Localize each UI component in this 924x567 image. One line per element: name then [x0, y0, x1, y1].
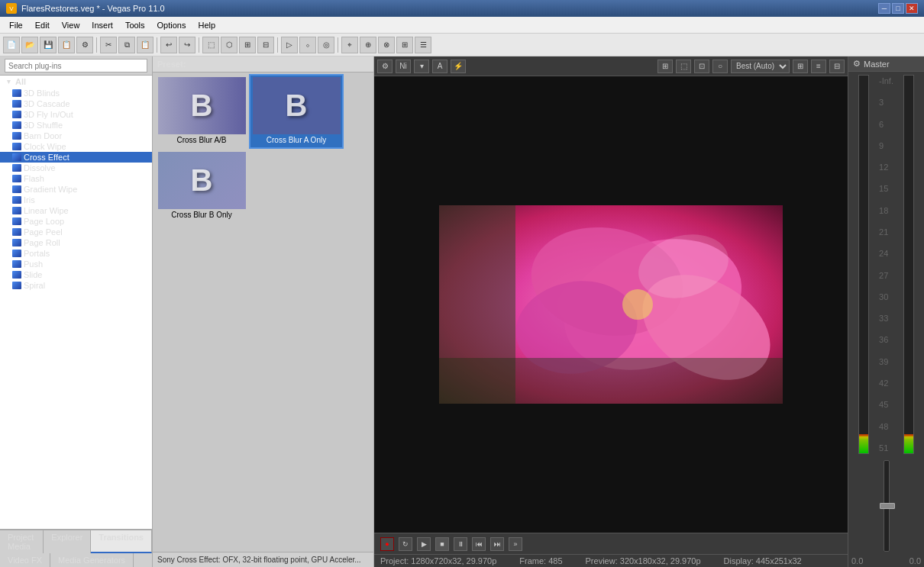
- tree-item-3dshuffle[interactable]: 3D Shuffle: [0, 120, 152, 130]
- tree-item-linearwipe[interactable]: Linear Wipe: [0, 205, 152, 216]
- tree-item-portals[interactable]: Portals: [0, 248, 152, 259]
- preview-stop-btn[interactable]: ■: [435, 537, 449, 551]
- search-input[interactable]: [5, 59, 147, 72]
- tree-item-3dcascade[interactable]: 3D Cascade: [0, 98, 152, 109]
- preview-ext-btn[interactable]: ⊟: [829, 60, 845, 73]
- preview-opt-btn[interactable]: ≡: [811, 60, 826, 73]
- plugin-icon: [12, 121, 21, 129]
- preview-quality-select[interactable]: Best (Auto) Good Draft: [731, 60, 790, 73]
- cut-button[interactable]: ✂: [100, 37, 117, 53]
- preview-snap-btn[interactable]: ⊞: [657, 60, 673, 73]
- preview-pause-btn[interactable]: ⏸: [454, 537, 467, 551]
- tree-item-barndoor[interactable]: Barn Door: [0, 130, 152, 141]
- toolbar-btn4[interactable]: 📋: [58, 37, 75, 53]
- minimize-button[interactable]: ─: [878, 3, 890, 14]
- tab-transitions[interactable]: Transitions: [91, 530, 152, 553]
- tree-item-gradientwipe[interactable]: Gradient Wipe: [0, 184, 152, 195]
- preview-next-frame-btn[interactable]: ⏭: [490, 537, 504, 551]
- tree-item-clockwipe[interactable]: Clock Wipe: [0, 141, 152, 152]
- master-fader[interactable]: [884, 460, 890, 552]
- menu-edit[interactable]: Edit: [29, 19, 56, 31]
- fader-thumb[interactable]: [880, 503, 895, 509]
- preview-channel-toggle[interactable]: ▾: [414, 60, 429, 73]
- menu-file[interactable]: File: [3, 19, 29, 31]
- preset-info: Sony Cross Effect: OFX, 32-bit floating …: [153, 552, 373, 567]
- preview-record-btn[interactable]: ●: [380, 537, 394, 551]
- tree-item-3dflyin[interactable]: 3D Fly In/Out: [0, 109, 152, 120]
- tree-item-push[interactable]: Push: [0, 259, 152, 269]
- tab-video-fx[interactable]: Video FX: [0, 553, 50, 567]
- preview-more-btn[interactable]: »: [509, 537, 522, 551]
- tree-item-iris[interactable]: Iris: [0, 195, 152, 205]
- toolbar-btn-e[interactable]: ▷: [281, 37, 298, 53]
- copy-button[interactable]: ⧉: [118, 37, 135, 53]
- tree-item-3dblinds[interactable]: 3D Blinds: [0, 88, 152, 98]
- toolbar-btn-j[interactable]: ⊗: [378, 37, 395, 53]
- menu-view[interactable]: View: [56, 19, 86, 31]
- preview-prev-frame-btn[interactable]: ⏮: [472, 537, 486, 551]
- tree-item-all[interactable]: ▾ All: [0, 76, 152, 88]
- menu-insert[interactable]: Insert: [86, 19, 119, 31]
- toolbar-btn-a[interactable]: ⬚: [202, 37, 219, 53]
- vu-bar-left: [858, 75, 869, 454]
- plugin-icon: [12, 271, 21, 279]
- plugin-icon: [12, 111, 21, 118]
- toolbar-btn-d[interactable]: ⊟: [257, 37, 274, 53]
- menu-options[interactable]: Options: [151, 19, 192, 31]
- undo-button[interactable]: ↩: [160, 37, 177, 53]
- tree-item-dissolve[interactable]: Dissolve: [0, 163, 152, 173]
- window-controls[interactable]: ─ □ ✕: [878, 3, 918, 14]
- preview-circle-btn[interactable]: ○: [712, 60, 728, 73]
- toolbar-btn5[interactable]: ⚙: [76, 37, 93, 53]
- svg-point-5: [622, 289, 653, 320]
- preview-auto-btn[interactable]: A: [432, 60, 447, 73]
- toolbar-btn-k[interactable]: ⊞: [396, 37, 413, 53]
- plugin-icon: [12, 143, 21, 150]
- open-button[interactable]: 📂: [21, 37, 38, 53]
- menu-help[interactable]: Help: [192, 19, 221, 31]
- menu-tools[interactable]: Tools: [119, 19, 151, 31]
- tree-item-flash[interactable]: Flash: [0, 173, 152, 184]
- close-button[interactable]: ✕: [906, 3, 918, 14]
- plugin-icon: [12, 282, 21, 289]
- preset-cross-blur-ab[interactable]: B Cross Blur A/B: [156, 76, 247, 147]
- redo-button[interactable]: ↪: [179, 37, 195, 53]
- save-button[interactable]: 💾: [40, 37, 57, 53]
- vu-scale: -Inf. 3 6 9 12 15 18 21 24 27 30 33 36 3…: [879, 75, 893, 454]
- toolbar-btn-f[interactable]: ⬦: [299, 37, 316, 53]
- plugin-icon: [12, 217, 21, 225]
- preview-settings-btn[interactable]: ⚙: [377, 60, 393, 73]
- tab-explorer[interactable]: Explorer: [44, 530, 91, 553]
- preset-cross-blur-a-only[interactable]: B Cross Blur A Only: [250, 76, 342, 147]
- toolbar-btn-c[interactable]: ⊞: [239, 37, 256, 53]
- preview-full-btn[interactable]: ⬚: [676, 60, 691, 73]
- presets-panel: Preset: B Cross Blur A/B B Cross Blur A …: [153, 56, 374, 567]
- toolbar-btn-h[interactable]: ⌖: [341, 37, 358, 53]
- maximize-button[interactable]: □: [892, 3, 904, 14]
- preset-cross-blur-b-only[interactable]: B Cross Blur B Only: [156, 150, 247, 222]
- tree-item-pagepeel[interactable]: Page Peel: [0, 227, 152, 237]
- toolbar-btn-i[interactable]: ⊕: [360, 37, 376, 53]
- toolbar-btn-b[interactable]: ⬡: [221, 37, 237, 53]
- menu-bar: File Edit View Insert Tools Options Help: [0, 17, 924, 34]
- plugin-icon: [12, 196, 21, 204]
- tree-item-spiral[interactable]: Spiral: [0, 280, 152, 291]
- paste-button[interactable]: 📋: [137, 37, 153, 53]
- tab-project-media[interactable]: Project Media: [0, 530, 44, 553]
- preview-loop-btn[interactable]: ↻: [399, 537, 412, 551]
- preview-grid-btn[interactable]: ⊞: [793, 60, 808, 73]
- tree-item-crosseffect[interactable]: Cross Effect: [0, 152, 152, 163]
- preview-flash-btn[interactable]: ⚡: [451, 60, 466, 73]
- master-gear-icon[interactable]: ⚙: [853, 59, 861, 69]
- tree-item-pageloop[interactable]: Page Loop: [0, 216, 152, 227]
- new-button[interactable]: 📄: [3, 37, 20, 53]
- tree-item-slide[interactable]: Slide: [0, 269, 152, 280]
- app-icon: V: [6, 3, 17, 14]
- preview-play-btn[interactable]: ▶: [417, 537, 431, 551]
- tab-media-gen[interactable]: Media Generators: [50, 553, 134, 567]
- preview-channel-btn[interactable]: Ni: [396, 60, 411, 73]
- toolbar-btn-g[interactable]: ◎: [318, 37, 334, 53]
- tree-item-pageroll[interactable]: Page Roll: [0, 237, 152, 248]
- preview-zoom-btn[interactable]: ⊡: [694, 60, 709, 73]
- toolbar-btn-l[interactable]: ☰: [415, 37, 431, 53]
